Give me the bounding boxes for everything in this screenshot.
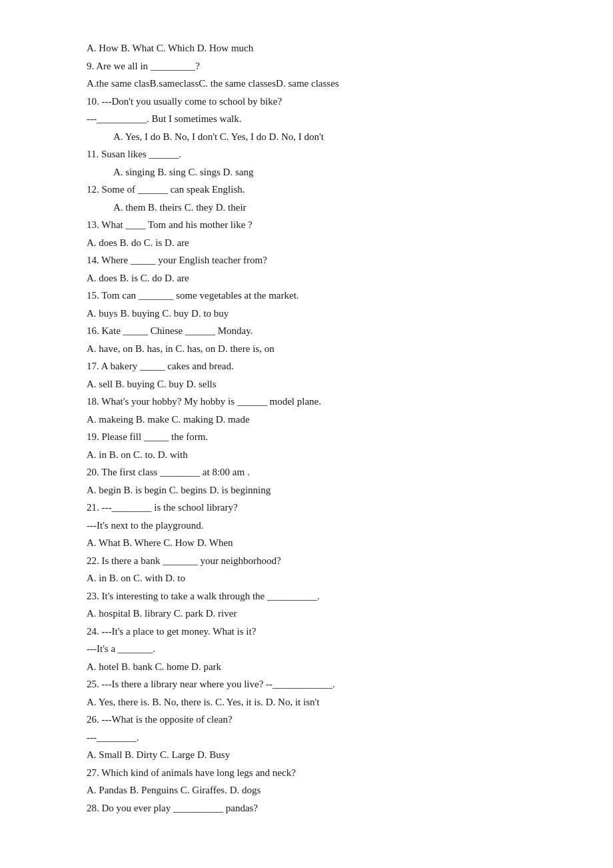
line-l13: 14. Where _____ your English teacher fro…: [87, 252, 526, 269]
line-l36: A. hotel B. bank C. home D. park: [87, 659, 526, 676]
line-l30: 22. Is there a bank _______ your neighbo…: [87, 553, 526, 570]
line-l8: A. singing B. sing C. sings D. sang: [87, 164, 526, 181]
line-l18: A. have, on B. has, in C. has, on D. the…: [87, 341, 526, 358]
line-l21: 18. What's your hobby? My hobby is _____…: [87, 393, 526, 411]
line-l5: ---__________. But I sometimes walk.: [87, 111, 526, 128]
line-l40: ---________.: [87, 729, 526, 747]
line-l22: A. makeing B. make C. making D. made: [87, 411, 526, 429]
line-l43: A. Pandas B. Penguins C. Giraffes. D. do…: [87, 782, 526, 799]
line-l10: A. them B. theirs C. they D. their: [87, 199, 526, 217]
line-l16: A. buys B. buying C. buy D. to buy: [87, 305, 526, 323]
line-l33: A. hospital B. library C. park D. river: [87, 605, 526, 623]
line-l24: A. in B. on C. to. D. with: [87, 447, 526, 464]
line-l1: A. How B. What C. Which D. How much: [87, 40, 526, 57]
page-content: A. How B. What C. Which D. How much 9. A…: [87, 40, 526, 817]
line-l4: 10. ---Don't you usually come to school …: [87, 93, 526, 111]
line-l34: 24. ---It's a place to get money. What i…: [87, 623, 526, 641]
line-l2: 9. Are we all in _________?: [87, 58, 526, 75]
line-l37: 25. ---Is there a library near where you…: [87, 676, 526, 693]
line-l29: A. What B. Where C. How D. When: [87, 535, 526, 552]
line-l9: 12. Some of ______ can speak English.: [87, 181, 526, 199]
line-l35: ---It's a _______.: [87, 641, 526, 658]
line-l14: A. does B. is C. do D. are: [87, 270, 526, 287]
line-l25: 20. The first class ________ at 8:00 am …: [87, 464, 526, 481]
line-l20: A. sell B. buying C. buy D. sells: [87, 376, 526, 393]
line-l26: A. begin B. is begin C. begins D. is beg…: [87, 482, 526, 499]
line-l44: 28. Do you ever play __________ pandas?: [87, 800, 526, 817]
line-l23: 19. Please fill _____ the form.: [87, 429, 526, 446]
line-l19: 17. A bakery _____ cakes and bread.: [87, 358, 526, 375]
line-l42: 27. Which kind of animals have long legs…: [87, 765, 526, 782]
line-l41: A. Small B. Dirty C. Large D. Busy: [87, 747, 526, 764]
line-l39: 26. ---What is the opposite of clean?: [87, 711, 526, 729]
line-l12: A. does B. do C. is D. are: [87, 235, 526, 252]
line-l17: 16. Kate _____ Chinese ______ Monday.: [87, 323, 526, 340]
line-l27: 21. ---________ is the school library?: [87, 499, 526, 517]
line-l11: 13. What ____ Tom and his mother like ?: [87, 217, 526, 234]
line-l32: 23. It's interesting to take a walk thro…: [87, 588, 526, 605]
line-l15: 15. Tom can _______ some vegetables at t…: [87, 287, 526, 305]
line-l3: A.the same clasB.sameclassC. the same cl…: [87, 75, 526, 93]
line-l7: 11. Susan likes ______.: [87, 146, 526, 163]
line-l31: A. in B. on C. with D. to: [87, 570, 526, 587]
line-l28: ---It's next to the playground.: [87, 517, 526, 535]
line-l6: A. Yes, I do B. No, I don't C. Yes, I do…: [87, 129, 526, 146]
line-l38: A. Yes, there is. B. No, there is. C. Ye…: [87, 694, 526, 711]
